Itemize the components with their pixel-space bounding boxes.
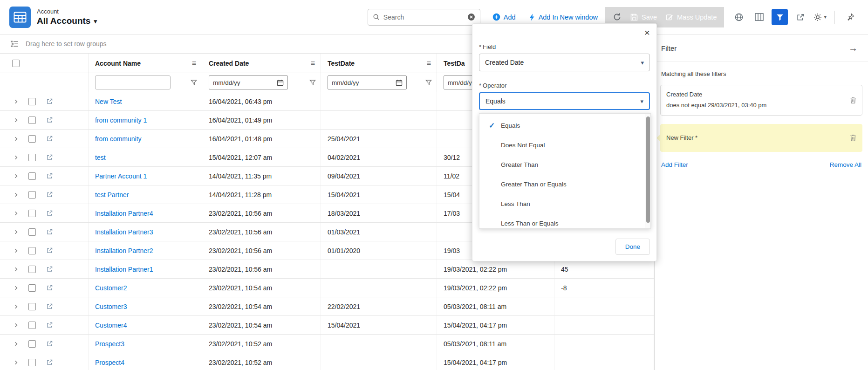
account-name-link[interactable]: Partner Account 1 [95,172,147,180]
row-checkbox[interactable] [28,154,36,161]
row-checkbox[interactable] [28,340,36,348]
open-record-icon[interactable] [46,322,53,329]
column-header-test-date[interactable]: TestDate ≡ [321,54,437,73]
operator-option[interactable]: Greater Than or Equals [479,174,650,194]
done-button[interactable]: Done [615,239,650,255]
open-new-window-icon[interactable] [793,10,808,25]
expand-row-icon[interactable] [12,192,20,198]
account-name-link[interactable]: New Test [95,98,122,105]
expand-row-icon[interactable] [12,173,20,179]
expand-row-icon[interactable] [12,136,20,142]
settings-button[interactable]: ▾ [813,10,827,25]
operator-select[interactable]: Equals ▾ [479,92,650,110]
column-header-account-name[interactable]: Account Name ≡ [89,54,202,73]
column-header-created-date[interactable]: Created Date ≡ [202,54,321,73]
expand-row-icon[interactable] [12,248,20,254]
operator-option[interactable]: Greater Than [479,155,650,174]
expand-row-icon[interactable] [12,117,20,123]
account-name-link[interactable]: Installation Partner3 [95,228,153,236]
filter-card[interactable]: Created Datedoes not equal 29/03/2021, 0… [660,85,862,116]
delete-filter-icon[interactable] [850,134,856,142]
search-input[interactable] [383,14,464,21]
row-checkbox[interactable] [28,266,36,273]
operator-option[interactable]: Does Not Equal [479,135,650,155]
filter-funnel-icon[interactable] [191,79,197,86]
save-button[interactable]: Save [630,14,657,21]
expand-row-icon[interactable] [12,322,20,328]
open-record-icon[interactable] [46,266,53,273]
add-filter-link[interactable]: Add Filter [661,161,688,168]
open-record-icon[interactable] [46,98,53,105]
field-select[interactable]: Created Date ▾ [479,54,650,71]
expand-row-icon[interactable] [12,341,20,347]
close-icon[interactable]: × [644,27,650,37]
expand-row-icon[interactable] [12,211,20,216]
row-checkbox[interactable] [28,135,36,143]
row-checkbox[interactable] [28,191,36,199]
filter-funnel-icon[interactable] [425,79,432,86]
account-name-link[interactable]: Installation Partner4 [95,210,153,217]
remove-all-link[interactable]: Remove All [830,161,861,168]
select-all-checkbox[interactable] [12,60,20,67]
column-menu-icon[interactable]: ≡ [192,59,196,68]
view-selector[interactable]: All Accounts ▾ [37,16,97,26]
expand-row-icon[interactable] [12,155,20,160]
open-record-icon[interactable] [46,247,53,254]
row-checkbox[interactable] [28,210,36,217]
column-menu-icon[interactable]: ≡ [311,59,315,68]
delete-filter-icon[interactable] [850,96,856,104]
row-checkbox[interactable] [28,116,36,124]
collapse-panel-icon[interactable]: → [848,43,858,54]
open-record-icon[interactable] [46,135,53,142]
open-record-icon[interactable] [46,210,53,217]
expand-row-icon[interactable] [12,360,20,365]
column-menu-icon[interactable]: ≡ [427,59,431,68]
account-name-link[interactable]: Customer2 [95,284,127,292]
operator-option[interactable]: Less Than [479,194,650,213]
operator-option[interactable]: ✓Equals [479,116,650,135]
account-name-filter-input[interactable] [95,75,171,89]
created-date-filter-input[interactable]: mm/dd/yy [209,75,288,89]
sync-icon[interactable] [731,10,746,25]
account-name-link[interactable]: Installation Partner1 [95,266,153,273]
open-record-icon[interactable] [46,284,53,291]
filter-button[interactable] [772,9,788,25]
account-name-link[interactable]: Customer3 [95,303,127,310]
account-name-link[interactable]: test [95,154,106,161]
filter-funnel-icon[interactable] [309,79,316,86]
calendar-icon[interactable] [396,79,403,86]
clear-search-icon[interactable] [467,13,475,21]
open-record-icon[interactable] [46,359,53,366]
open-record-icon[interactable] [46,228,53,235]
filter-card[interactable]: New Filter * [660,124,862,152]
columns-icon[interactable] [752,10,766,25]
operator-option[interactable]: Less Than or Equals [479,213,650,229]
open-record-icon[interactable] [46,191,53,198]
account-name-link[interactable]: Prospect3 [95,340,124,348]
account-name-link[interactable]: Prospect4 [95,359,124,366]
expand-row-icon[interactable] [12,99,20,104]
row-checkbox[interactable] [28,172,36,180]
account-name-link[interactable]: Installation Partner2 [95,247,153,254]
account-name-link[interactable]: test Partner [95,191,129,199]
open-record-icon[interactable] [46,303,53,310]
pin-icon[interactable] [843,10,858,25]
add-button[interactable]: Add [492,13,516,21]
row-checkbox[interactable] [28,284,36,292]
calendar-icon[interactable] [277,79,284,86]
account-name-link[interactable]: Customer4 [95,322,127,329]
row-checkbox[interactable] [28,359,36,366]
row-checkbox[interactable] [28,98,36,105]
open-record-icon[interactable] [46,172,53,179]
open-record-icon[interactable] [46,154,53,161]
add-in-new-window-button[interactable]: Add In New window [529,14,598,21]
expand-row-icon[interactable] [12,229,20,235]
expand-row-icon[interactable] [12,304,20,309]
account-name-link[interactable]: from community [95,135,142,143]
open-record-icon[interactable] [46,340,53,347]
row-checkbox[interactable] [28,303,36,310]
row-checkbox[interactable] [28,322,36,329]
account-name-link[interactable]: from community 1 [95,116,147,124]
row-checkbox[interactable] [28,247,36,254]
test-date-filter-input[interactable]: mm/dd/yy [328,75,407,89]
